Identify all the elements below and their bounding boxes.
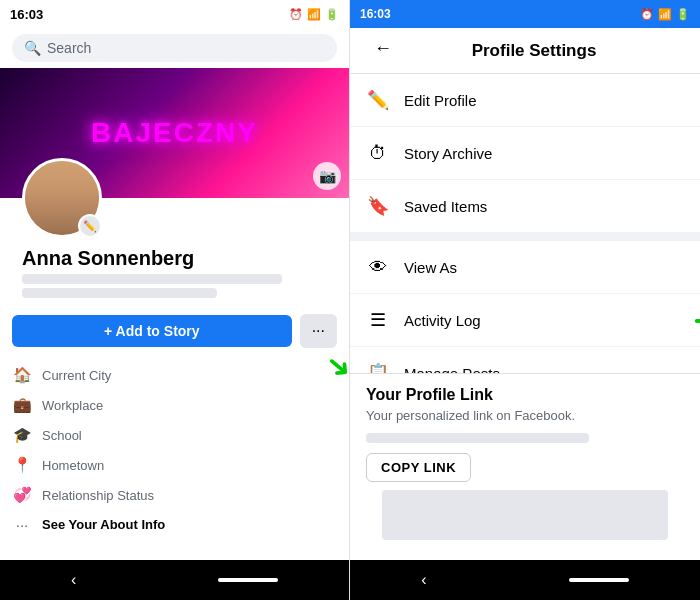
- view-as-icon: 👁: [366, 255, 390, 279]
- edit-profile-icon: ✏️: [366, 88, 390, 112]
- camera-icon[interactable]: 📷: [313, 162, 341, 190]
- workplace-label: Workplace: [42, 398, 103, 413]
- relationship-label: Relationship Status: [42, 488, 154, 503]
- back-nav-left[interactable]: ‹: [71, 571, 76, 589]
- current-city-label: Current City: [42, 368, 111, 383]
- school-label: School: [42, 428, 82, 443]
- info-list: 🏠 Current City 💼 Workplace 🎓 School 📍 Ho…: [0, 356, 349, 543]
- bottom-bar-right: ‹: [350, 560, 700, 600]
- back-button-right[interactable]: ←: [362, 38, 404, 63]
- back-nav-right[interactable]: ‹: [421, 571, 426, 589]
- info-school: 🎓 School: [12, 420, 337, 450]
- profile-link-section: Your Profile Link Your personalized link…: [350, 373, 700, 560]
- menu-list: ✏️ Edit Profile ⏱ Story Archive 🔖 Saved …: [350, 74, 700, 373]
- hometown-icon: 📍: [12, 456, 32, 474]
- edit-avatar-button[interactable]: ✏️: [78, 214, 102, 238]
- story-archive-label: Story Archive: [404, 145, 492, 162]
- right-panel: 16:03 ⏰ 📶 🔋 ← Profile Settings ✏️ Edit P…: [350, 0, 700, 600]
- menu-separator-1: [350, 233, 700, 241]
- view-as-label: View As: [404, 259, 457, 276]
- status-bar-left: 16:03 ⏰ 📶 🔋: [0, 0, 349, 28]
- manage-posts-label: Manage Posts: [404, 365, 500, 374]
- school-icon: 🎓: [12, 426, 32, 444]
- search-icon: 🔍: [24, 40, 41, 56]
- menu-story-archive[interactable]: ⏱ Story Archive: [350, 127, 700, 180]
- hometown-label: Hometown: [42, 458, 104, 473]
- time-right: 16:03: [360, 7, 391, 21]
- bio-placeholder-2: [22, 288, 217, 298]
- search-input-wrap[interactable]: 🔍 Search: [12, 34, 337, 62]
- menu-manage-posts[interactable]: 📋 Manage Posts: [350, 347, 700, 373]
- activity-log-label: Activity Log: [404, 312, 481, 329]
- info-workplace: 💼 Workplace: [12, 390, 337, 420]
- activity-log-icon: ☰: [366, 308, 390, 332]
- profile-link-title: Your Profile Link: [366, 386, 684, 404]
- dots-icon: ···: [12, 516, 32, 533]
- profile-link-desc: Your personalized link on Facebook.: [366, 408, 684, 423]
- profile-section: ✏️: [0, 198, 349, 239]
- manage-posts-icon: 📋: [366, 361, 390, 373]
- menu-edit-profile[interactable]: ✏️ Edit Profile: [350, 74, 700, 127]
- status-bar-right: 16:03 ⏰ 📶 🔋: [350, 0, 700, 28]
- profile-name: Anna Sonnenberg: [22, 247, 337, 270]
- avatar-wrap: ✏️: [22, 158, 102, 238]
- status-icons-left: ⏰ 📶 🔋: [289, 8, 339, 21]
- city-icon: 🏠: [12, 366, 32, 384]
- info-hometown: 📍 Hometown: [12, 450, 337, 480]
- more-button[interactable]: ···: [300, 314, 337, 348]
- bio-placeholder-1: [22, 274, 282, 284]
- copy-link-button[interactable]: COPY LINK: [366, 453, 471, 482]
- workplace-icon: 💼: [12, 396, 32, 414]
- home-indicator-right: [569, 578, 629, 582]
- info-relationship: 💞 Relationship Status: [12, 480, 337, 510]
- saved-items-label: Saved Items: [404, 198, 487, 215]
- page-header: ← Profile Settings: [350, 28, 700, 74]
- saved-items-icon: 🔖: [366, 194, 390, 218]
- left-panel: 16:03 ⏰ 📶 🔋 🔍 Search BAJECZNY 📷 ✏️ Anna …: [0, 0, 350, 600]
- info-current-city: 🏠 Current City: [12, 360, 337, 390]
- page-title: Profile Settings: [404, 41, 664, 61]
- bottom-bar-left: ‹: [0, 560, 349, 600]
- see-about-label: See Your About Info: [42, 517, 165, 532]
- search-bar[interactable]: 🔍 Search: [0, 28, 349, 68]
- add-story-button[interactable]: + Add to Story: [12, 315, 292, 347]
- edit-profile-label: Edit Profile: [404, 92, 477, 109]
- menu-saved-items[interactable]: 🔖 Saved Items: [350, 180, 700, 233]
- search-placeholder: Search: [47, 40, 91, 56]
- cover-text: BAJECZNY: [91, 117, 258, 149]
- story-archive-icon: ⏱: [366, 141, 390, 165]
- menu-view-as[interactable]: 👁 View As: [350, 241, 700, 294]
- profile-link-url: [366, 433, 589, 443]
- green-arrow-activity: ➜: [693, 301, 700, 339]
- info-see-about[interactable]: ··· See Your About Info: [12, 510, 337, 539]
- menu-activity-log[interactable]: ☰ Activity Log ➜: [350, 294, 700, 347]
- relationship-icon: 💞: [12, 486, 32, 504]
- home-indicator-left: [218, 578, 278, 582]
- action-buttons: + Add to Story ··· ➜: [0, 302, 349, 356]
- gray-block: [382, 490, 668, 540]
- status-icons-right: ⏰ 📶 🔋: [640, 8, 690, 21]
- time-left: 16:03: [10, 7, 43, 22]
